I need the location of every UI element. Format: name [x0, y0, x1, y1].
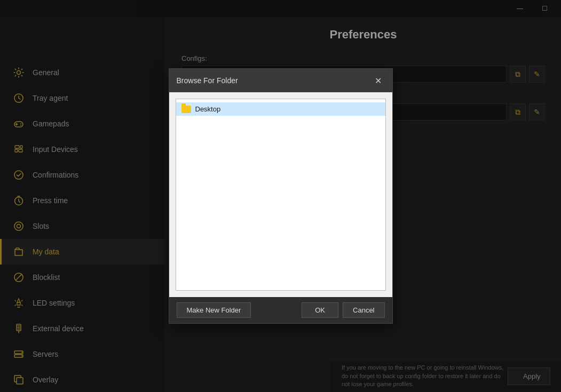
- folder-item-desktop[interactable]: Desktop: [176, 102, 385, 116]
- modal-footer: Make New Folder OK Cancel: [169, 297, 392, 323]
- folder-item-label: Desktop: [195, 105, 221, 113]
- modal-body: Desktop: [169, 92, 392, 297]
- make-new-folder-button[interactable]: Make New Folder: [177, 302, 251, 318]
- modal-close-button[interactable]: ✕: [372, 74, 385, 87]
- browse-folder-modal: Browse For Folder ✕ Desktop Make New Fol…: [169, 68, 393, 324]
- modal-overlay: Browse For Folder ✕ Desktop Make New Fol…: [0, 0, 561, 392]
- modal-header: Browse For Folder ✕: [169, 69, 392, 92]
- folder-list: Desktop: [176, 99, 386, 291]
- ok-button[interactable]: OK: [302, 302, 338, 318]
- modal-footer-left: Make New Folder: [177, 302, 251, 318]
- folder-icon: [181, 106, 191, 113]
- cancel-button[interactable]: Cancel: [343, 302, 384, 318]
- modal-title: Browse For Folder: [177, 76, 238, 85]
